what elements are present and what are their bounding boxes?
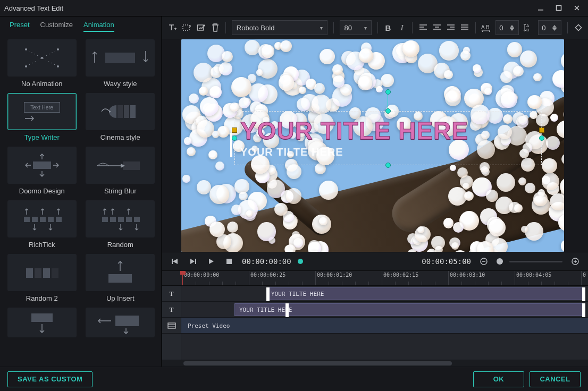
font-family-select[interactable]: Roboto Bold ▾ [232,20,327,35]
anim-up-insert[interactable]: Up Insert [84,254,157,302]
anim-random-2[interactable]: Random 2 [5,254,79,302]
preview-canvas[interactable]: YOUR TITLE HERE YOUR TILTE HERE [181,39,564,252]
anim-doomo-design[interactable]: Doomo Design [5,147,79,195]
svg-point-4 [25,48,27,50]
zoom-out-icon[interactable] [477,255,490,268]
align-right-icon[interactable] [446,21,455,34]
anim-random[interactable]: Random [84,200,157,249]
thumb-text: Text Here [24,102,60,113]
resize-handle-top[interactable] [385,108,391,114]
tab-animation[interactable]: Animation [83,21,114,32]
stepper-icon[interactable] [510,25,515,31]
svg-rect-57 [226,259,232,264]
svg-point-7 [57,65,59,67]
font-size-select[interactable]: 80 ▾ [340,20,372,35]
anim-string-blur[interactable]: String Blur [84,147,157,195]
clip-text-2[interactable]: YOUR TITLE HERE [234,303,585,316]
track-preset-video: Preset Video [162,318,588,334]
anim-type-writer[interactable]: Text Here Type Writer [5,93,79,141]
rotate-handle[interactable] [385,89,391,95]
tab-preset[interactable]: Preset [10,21,30,32]
anim-thumb [86,147,155,184]
ok-button[interactable]: OK [473,371,524,387]
resize-handle-mid-right[interactable] [539,128,544,133]
add-text-icon[interactable] [167,21,177,34]
svg-rect-55 [195,259,196,264]
ruler-tick-label: 00:00:00:00 [184,272,219,278]
title-line-1[interactable]: YOUR TITLE HERE [240,118,536,143]
zoom-in-icon[interactable] [569,255,582,268]
minimize-button[interactable] [534,2,548,14]
add-textbox-icon[interactable] [182,21,191,34]
clip-handle-right[interactable] [582,303,585,317]
svg-rect-32 [115,316,139,326]
chevron-down-icon: ▾ [364,25,367,31]
cancel-button[interactable]: CANCEL [530,371,581,387]
add-shape-icon[interactable] [196,21,206,34]
resize-handle-right[interactable] [539,135,544,141]
svg-rect-11 [130,105,136,118]
keyframe-icon[interactable] [574,21,583,34]
italic-button[interactable]: I [397,21,406,34]
timeline-scrollbar[interactable] [162,360,588,367]
align-center-icon[interactable] [432,21,441,34]
play-icon[interactable] [205,255,217,268]
resize-handle-bottom[interactable] [385,163,391,168]
align-justify-icon[interactable] [460,21,469,34]
anim-cinema-style[interactable]: Cinema style [84,93,157,141]
play-reverse-icon[interactable] [169,255,181,268]
svg-rect-53 [172,259,173,264]
leading-value: 0 [542,24,545,32]
clip-handle-left[interactable] [285,303,289,317]
tracking-field[interactable]: 0 [495,20,519,35]
timeline-ruler[interactable]: 00:00:00:0000:00:00:2500:00:01:2000:00:0… [162,271,588,286]
animation-grid[interactable]: No Animation Wavy style Text Here [0,36,161,367]
zoom-slider-track[interactable] [509,261,562,262]
tab-customize[interactable]: Customize [40,21,73,32]
scrollbar-thumb[interactable] [183,361,452,366]
anim-thumb [86,39,155,76]
resize-handle-mid-left[interactable] [232,128,237,133]
resize-handle-left[interactable] [232,135,237,141]
stepper-icon[interactable] [552,25,558,31]
svg-rect-25 [134,217,140,222]
svg-rect-14 [123,162,140,170]
svg-marker-54 [190,259,195,264]
bold-button[interactable]: B [383,21,392,34]
leading-icon: AB [524,21,533,34]
stop-icon[interactable] [223,255,236,268]
svg-rect-16 [24,217,30,222]
anim-no-animation[interactable]: No Animation [5,39,79,88]
footer: SAVE AS CUSTOM OK CANCEL [0,367,588,391]
anim-wavy-style[interactable]: Wavy style [84,39,157,88]
anim-extra-1[interactable] [5,308,79,337]
anim-thumb [7,39,77,76]
track-type-icon[interactable] [162,318,181,333]
anim-label: No Animation [21,80,62,88]
track-type-icon[interactable]: T [162,286,181,301]
svg-rect-13 [33,162,51,169]
clip-text-1[interactable]: YOUR TILTE HERE [266,287,585,300]
playhead[interactable] [182,271,183,285]
save-as-custom-button[interactable]: SAVE AS CUSTOM [7,371,93,387]
zoom-slider-handle[interactable] [497,258,503,265]
track-type-icon[interactable]: T [162,302,181,317]
clip-handle-right[interactable] [582,287,585,301]
anim-extra-2[interactable] [84,308,157,337]
window-title: Advanced Text Edit [4,4,534,12]
close-button[interactable] [570,2,584,14]
track-text-1: T YOUR TILTE HERE [162,286,588,302]
clip-preset[interactable]: Preset Video [182,320,235,332]
delete-icon[interactable] [211,21,220,34]
clip-handle-left[interactable] [266,287,270,301]
title-line-2[interactable]: YOUR TILTE HERE [240,146,536,158]
align-left-icon[interactable] [418,21,427,34]
leading-field[interactable]: 0 [538,20,561,35]
anim-richtick[interactable]: RichTick [5,200,79,249]
maximize-button[interactable] [552,2,566,14]
anim-thumb [7,308,77,337]
svg-text:A: A [481,24,485,30]
play-step-icon[interactable] [187,255,199,268]
marker-start-icon[interactable] [298,259,303,264]
title-textbox[interactable]: YOUR TITLE HERE YOUR TILTE HERE [234,111,542,165]
